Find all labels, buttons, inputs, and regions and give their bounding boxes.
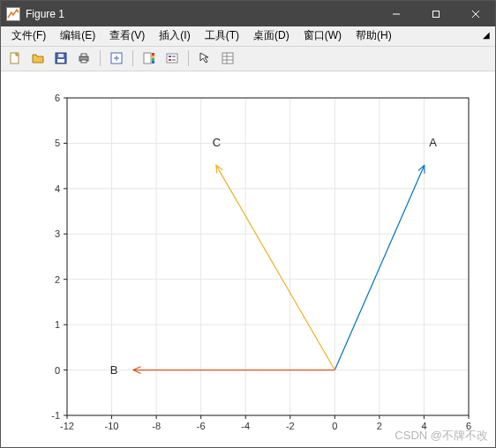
- y-tick-label: 5: [55, 138, 60, 148]
- svg-rect-12: [81, 60, 86, 63]
- menu-view[interactable]: 查看(V): [102, 26, 152, 45]
- svg-rect-17: [152, 53, 154, 56]
- menu-overflow-icon[interactable]: ◢: [483, 30, 490, 40]
- menu-file[interactable]: 文件(F): [4, 26, 53, 45]
- y-tick-label: 6: [55, 93, 60, 103]
- svg-rect-11: [81, 54, 86, 56]
- vector-label-c: C: [213, 136, 221, 149]
- x-tick-label: 4: [421, 421, 426, 431]
- property-inspector-button[interactable]: [217, 48, 238, 69]
- x-tick-label: 0: [332, 421, 337, 431]
- y-tick-label: 2: [55, 274, 60, 285]
- save-figure-button[interactable]: [50, 48, 71, 69]
- close-button[interactable]: [455, 1, 495, 26]
- x-tick-label: -4: [241, 421, 250, 431]
- open-file-button[interactable]: [27, 48, 49, 69]
- svg-rect-18: [152, 56, 154, 58]
- x-tick-label: -8: [152, 421, 161, 431]
- y-tick-label: 3: [55, 228, 60, 239]
- x-tick-label: -12: [60, 421, 74, 431]
- menu-bar: 文件(F) 编辑(E) 查看(V) 插入(I) 工具(T) 桌面(D) 窗口(W…: [1, 26, 495, 46]
- svg-rect-8: [57, 59, 64, 63]
- figure-canvas[interactable]: -12-10-8-6-4-20246-10123456ABC CSDN @不牌不…: [1, 71, 495, 447]
- menu-desktop[interactable]: 桌面(D): [246, 26, 297, 45]
- svg-rect-26: [222, 53, 233, 63]
- menu-insert[interactable]: 插入(I): [152, 26, 197, 45]
- svg-rect-21: [167, 54, 177, 63]
- y-tick-label: 0: [55, 365, 60, 376]
- y-tick-label: 1: [55, 319, 60, 330]
- x-tick-label: 2: [377, 421, 382, 431]
- insert-legend-button[interactable]: [162, 48, 183, 69]
- vector-label-a: A: [429, 136, 437, 149]
- x-tick-label: -6: [197, 421, 206, 431]
- menu-edit[interactable]: 编辑(E): [53, 26, 102, 45]
- toolbar-separator: [100, 50, 101, 66]
- svg-rect-48: [67, 98, 469, 415]
- toolbar-separator: [132, 50, 133, 66]
- figure-window: Figure 1 文件(F) 编辑(E) 查看(V) 插入(I) 工具(T) 桌…: [0, 0, 496, 448]
- window-controls: [376, 1, 495, 26]
- menu-help[interactable]: 帮助(H): [349, 26, 399, 45]
- axes[interactable]: -12-10-8-6-4-20246-10123456ABC: [1, 71, 495, 447]
- svg-rect-3: [432, 11, 439, 17]
- x-tick-label: 6: [466, 421, 471, 431]
- insert-colorbar-button[interactable]: [139, 48, 160, 69]
- link-brush-button[interactable]: [106, 48, 127, 69]
- title-bar: Figure 1: [1, 1, 495, 26]
- vector-c[interactable]: [216, 166, 334, 370]
- x-tick-label: -10: [105, 421, 119, 431]
- y-tick-label: -1: [51, 410, 60, 421]
- svg-rect-19: [152, 58, 154, 61]
- svg-rect-20: [152, 61, 154, 63]
- toolbar: [1, 47, 495, 71]
- vector-label-b: B: [110, 363, 118, 377]
- x-tick-label: -2: [286, 421, 295, 431]
- window-title: Figure 1: [26, 8, 376, 20]
- svg-rect-16: [144, 53, 151, 63]
- y-tick-label: 4: [55, 183, 60, 194]
- menu-tools[interactable]: 工具(T): [198, 26, 246, 45]
- new-figure-button[interactable]: [4, 48, 26, 69]
- toolbar-separator: [188, 50, 189, 66]
- edit-plot-button[interactable]: [194, 48, 215, 69]
- maximize-button[interactable]: [416, 1, 455, 26]
- print-figure-button[interactable]: [73, 48, 94, 69]
- minimize-button[interactable]: [376, 1, 416, 26]
- menu-window[interactable]: 窗口(W): [297, 26, 349, 45]
- matlab-figure-icon: [6, 7, 20, 21]
- svg-rect-9: [58, 54, 64, 57]
